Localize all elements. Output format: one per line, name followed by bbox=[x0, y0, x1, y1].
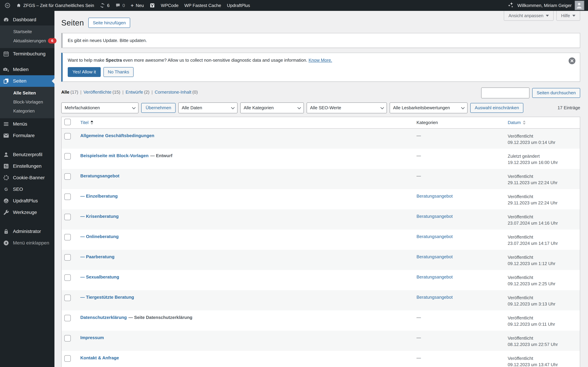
user-icon bbox=[3, 151, 9, 158]
filter-button[interactable]: Auswahl einschränken bbox=[470, 103, 523, 113]
row-checkbox[interactable] bbox=[64, 315, 71, 321]
wpcode-link[interactable]: WPCode bbox=[158, 0, 181, 11]
site-name-link[interactable]: ZFGS – Zeit für Ganzheitliches Sein bbox=[13, 0, 97, 11]
page-title-link[interactable]: — Onlineberatung bbox=[80, 234, 119, 239]
category-link[interactable]: Beratungsangebot bbox=[416, 295, 453, 300]
category-link[interactable]: Beratungsangebot bbox=[416, 214, 453, 219]
page-title-link[interactable]: — Einzelberatung bbox=[80, 193, 118, 199]
sidebar-item-administrator[interactable]: Administrator bbox=[0, 226, 54, 237]
yoast-menu-link[interactable] bbox=[147, 0, 158, 11]
row-category-cell: Beratungsangebot bbox=[413, 209, 504, 230]
wordpress-logo-icon[interactable]: W bbox=[2, 0, 13, 11]
allow-button[interactable]: Yes! Allow it bbox=[68, 67, 101, 77]
page-title-link[interactable]: — Paarberatung bbox=[80, 254, 114, 259]
sidebar-item-seiten[interactable]: Seiten bbox=[0, 75, 54, 87]
add-page-button[interactable]: Seite hinzufügen bbox=[88, 18, 130, 28]
select-all-checkbox[interactable] bbox=[64, 119, 71, 125]
page-title-link[interactable]: Beispielseite mit Block-Vorlagen bbox=[80, 153, 148, 158]
row-checkbox[interactable] bbox=[64, 355, 71, 362]
sparkles-icon[interactable] bbox=[508, 1, 514, 9]
sidebar-subitem-label: Block-Vorlagen bbox=[13, 100, 43, 105]
category-link[interactable]: Beratungsangebot bbox=[416, 234, 453, 239]
row-checkbox[interactable] bbox=[64, 193, 71, 200]
sidebar-item-menüs[interactable]: Menüs bbox=[0, 118, 54, 130]
search-pages-button[interactable]: Seiten durchsuchen bbox=[532, 88, 580, 98]
spectra-notice-text: Want to help make Spectra even more awes… bbox=[68, 57, 575, 63]
view-alle[interactable]: Alle(17) bbox=[61, 90, 78, 95]
sidebar-item-dashboard[interactable]: Dashboard bbox=[0, 14, 54, 25]
sort-by-date[interactable]: Datum bbox=[508, 120, 526, 125]
row-date-cell: Zuletzt geändert19.12.2023 um 16:00 Uhr bbox=[504, 149, 580, 169]
sidebar-item-cookie-banner[interactable]: Cookie-Banner bbox=[0, 172, 54, 184]
sidebar-item-updraftplus[interactable]: UpdraftPlus bbox=[0, 195, 54, 207]
sidebar-item-menü-einklappen[interactable]: Menü einklappen bbox=[0, 237, 54, 249]
sidebar-subitem-kategorien[interactable]: Kategorien bbox=[0, 107, 54, 116]
help-button[interactable]: Hilfe bbox=[556, 11, 580, 21]
row-checkbox[interactable] bbox=[64, 173, 71, 180]
sidebar-item-einstellungen[interactable]: Einstellungen bbox=[0, 160, 54, 172]
readability-filter-select[interactable]: Alle Lesbarkeitsbewertungen bbox=[390, 102, 467, 113]
page-title-link[interactable]: Beratungsangebot bbox=[80, 173, 120, 178]
page-title-link[interactable]: — Tiergestützte Beratung bbox=[80, 295, 134, 300]
updates-count: 6 bbox=[107, 3, 109, 8]
row-checkbox-cell bbox=[61, 250, 77, 270]
sidebar-subitem-aktualisierungen[interactable]: Aktualisierungen6 bbox=[0, 36, 54, 45]
sidebar-subitem-startseite[interactable]: Startseite bbox=[0, 27, 54, 36]
row-checkbox[interactable] bbox=[64, 254, 71, 261]
view-label: Entwürfe bbox=[126, 90, 143, 95]
no-thanks-button[interactable]: No Thanks bbox=[104, 67, 134, 77]
page-title-link[interactable]: Allgemeine Geschäftsbedingungen bbox=[80, 133, 154, 138]
search-input[interactable] bbox=[481, 87, 529, 98]
screen-meta: Ansicht anpassen Hilfe bbox=[504, 11, 580, 21]
category-link[interactable]: Beratungsangebot bbox=[416, 193, 453, 199]
bulk-actions-select[interactable]: Mehrfachaktionen bbox=[61, 102, 138, 113]
publish-status: Zuletzt geändert bbox=[508, 153, 576, 159]
updraftplus-link[interactable]: UpdraftPlus bbox=[224, 0, 253, 11]
view-label: Cornerstone-Inhalt bbox=[155, 90, 191, 95]
updates-link[interactable]: 6 bbox=[97, 0, 112, 11]
page-title-link[interactable]: Datenschutzerklärung bbox=[80, 315, 127, 320]
sidebar-item-terminbuchung[interactable]: Terminbuchung bbox=[0, 48, 54, 60]
page-title-link[interactable]: Impressum bbox=[80, 335, 104, 340]
apply-button[interactable]: Übernehmen bbox=[141, 103, 176, 113]
sidebar-subitem-alle-seiten[interactable]: Alle Seiten bbox=[0, 89, 54, 98]
sidebar-item-seo[interactable]: GSEO bbox=[0, 184, 54, 195]
row-checkbox[interactable] bbox=[64, 295, 71, 301]
comments-link[interactable]: 0 bbox=[112, 0, 128, 11]
page-title-link[interactable]: Kontakt & Anfrage bbox=[80, 355, 119, 360]
row-checkbox[interactable] bbox=[64, 214, 71, 220]
sidebar-item-medien[interactable]: Medien bbox=[0, 64, 54, 75]
row-checkbox[interactable] bbox=[64, 335, 71, 342]
row-checkbox[interactable] bbox=[64, 153, 71, 159]
page-title-link[interactable]: — Sexualberatung bbox=[80, 274, 119, 280]
screen-options-button[interactable]: Ansicht anpassen bbox=[504, 11, 554, 21]
sidebar-subitem-block-vorlagen[interactable]: Block-Vorlagen bbox=[0, 98, 54, 107]
view-entwürfe[interactable]: Entwürfe(2) bbox=[126, 90, 149, 95]
know-more-link[interactable]: Know More. bbox=[309, 58, 332, 63]
view-veröffentlichte[interactable]: Veröffentlichte(15) bbox=[84, 90, 121, 95]
view-cornerstone-inhalt[interactable]: Cornerstone-Inhalt(0) bbox=[155, 90, 198, 95]
row-date-cell: Veröffentlicht09.12.2023 um 13:47 Uhr bbox=[504, 351, 580, 367]
table-row: — Tiergestützte BeratungBeratungsangebot… bbox=[61, 290, 580, 310]
sort-by-title[interactable]: Titel bbox=[80, 120, 93, 125]
category-filter-select[interactable]: Alle Kategorien bbox=[240, 102, 304, 113]
wp-fastest-cache-link[interactable]: WP Fastest Cache bbox=[181, 0, 224, 11]
seo-filter-select[interactable]: Alle SEO-Werte bbox=[307, 102, 387, 113]
account-greeting[interactable]: Willkommen, Miriam Geiger bbox=[517, 3, 572, 8]
sidebar-item-benutzerprofil[interactable]: Benutzerprofil bbox=[0, 149, 54, 160]
category-link[interactable]: Beratungsangebot bbox=[416, 274, 453, 280]
row-checkbox[interactable] bbox=[64, 274, 71, 281]
comments-icon bbox=[115, 3, 121, 8]
date-filter-select[interactable]: Alle Daten bbox=[178, 102, 238, 113]
avatar[interactable] bbox=[575, 1, 584, 10]
row-checkbox[interactable] bbox=[64, 234, 71, 240]
sort-arrows-icon bbox=[91, 120, 93, 125]
sidebar-item-formulare[interactable]: Formulare bbox=[0, 130, 54, 141]
row-checkbox[interactable] bbox=[64, 133, 71, 140]
category-link[interactable]: Beratungsangebot bbox=[416, 254, 453, 259]
page-title-link[interactable]: — Krisenberatung bbox=[80, 214, 119, 219]
sidebar-item-werkzeuge[interactable]: Werkzeuge bbox=[0, 207, 54, 218]
new-content-link[interactable]: + Neu bbox=[128, 0, 147, 11]
table-header-row: Titel Kategorien Datum bbox=[61, 117, 580, 128]
no-category-dash: — bbox=[416, 335, 421, 340]
